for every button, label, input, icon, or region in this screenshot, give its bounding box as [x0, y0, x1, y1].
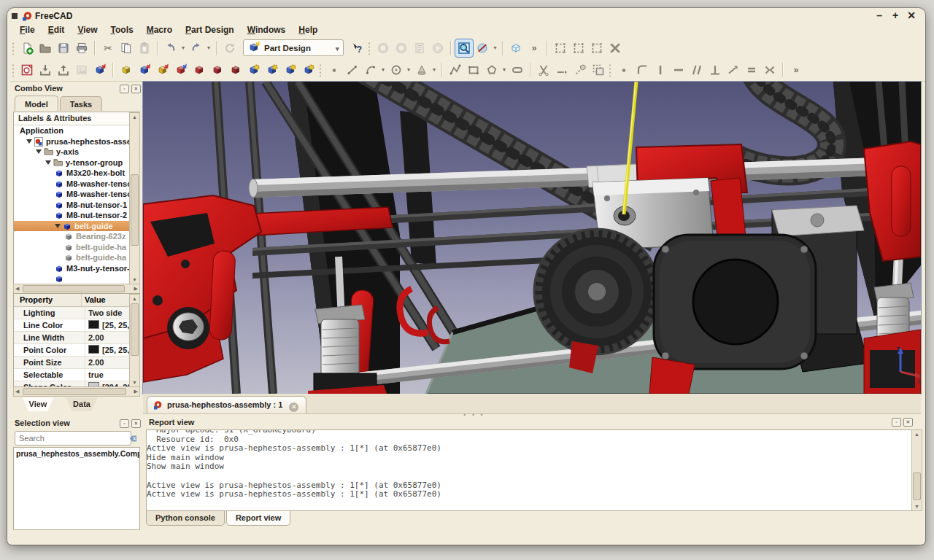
create-point-button[interactable] [325, 61, 343, 79]
selection-item[interactable]: prusa_hephestos_assembly.CompoundC0 [14, 448, 139, 458]
toolbar-handle[interactable] [368, 42, 371, 55]
tab-python-console[interactable]: Python console [146, 511, 225, 526]
chamfer-button[interactable] [209, 61, 226, 79]
expander-icon[interactable] [45, 160, 51, 165]
document-tab[interactable]: prusa-hephestos-assembly : 1✕ [147, 396, 306, 413]
constrain-parallel-button[interactable] [688, 61, 706, 79]
fillet-button[interactable] [190, 61, 208, 79]
property-vertical-scrollbar[interactable]: ▲▼ [129, 294, 140, 387]
create-rectangle-button[interactable] [465, 61, 482, 79]
menu-edit[interactable]: Edit [42, 24, 72, 36]
tree-item-item[interactable] [14, 273, 139, 284]
menu-file[interactable]: File [13, 24, 42, 36]
tree-item-m8-washer-tenso[interactable]: M8-washer-tenso [14, 189, 139, 200]
tree-item-belt-guide-ha[interactable]: belt-guide-ha [14, 242, 139, 253]
view-sketch-button[interactable] [73, 61, 90, 79]
fit-all-button[interactable] [455, 39, 473, 57]
toolbar-overflow-button[interactable]: » [787, 61, 805, 79]
expander-icon[interactable] [36, 149, 42, 154]
create-slot-button[interactable] [509, 61, 526, 79]
selection-view-close-icon[interactable]: ✕ [131, 419, 141, 428]
map-sketch-button[interactable] [91, 61, 109, 79]
mirrored-pattern-button[interactable] [282, 61, 299, 79]
expander-icon[interactable] [26, 139, 32, 144]
axonometric-view-button[interactable] [507, 39, 525, 57]
box-element-selection-button[interactable] [570, 39, 587, 57]
splitter-handle[interactable]: • • • [460, 414, 489, 417]
whats-this-button[interactable]: ? [349, 39, 366, 57]
sketch-fillet-button[interactable] [633, 61, 651, 79]
macro-stop-button[interactable] [393, 39, 410, 57]
property-row-point-size[interactable]: Point Size2.00 [14, 357, 139, 369]
report-console[interactable]: Major opcode: 31 (X_GrabKeyboard) Resour… [146, 429, 912, 511]
undo-button[interactable]: ▾ [162, 39, 180, 57]
create-conic-button[interactable]: ▾ [413, 61, 431, 79]
box-selection-button[interactable] [552, 39, 569, 57]
titlebar[interactable]: FreeCAD – + ✕ [7, 8, 925, 24]
minimize-button[interactable]: – [873, 9, 886, 21]
selection-view-float-icon[interactable]: ▫ [120, 419, 129, 428]
constrain-tangent-button[interactable] [725, 61, 742, 79]
menu-part-design[interactable]: Part Design [179, 24, 241, 36]
toolbar-handle[interactable] [12, 42, 15, 55]
menu-view[interactable]: View [71, 24, 104, 36]
macro-edit-button[interactable] [411, 39, 428, 57]
save-document-button[interactable] [55, 39, 72, 57]
expander-icon[interactable] [55, 224, 61, 228]
menu-windows[interactable]: Windows [241, 24, 293, 36]
close-button[interactable]: ✕ [905, 9, 918, 21]
open-document-button[interactable] [36, 39, 54, 57]
create-arc-button[interactable]: ▾ [362, 61, 379, 79]
tree-item-y-axis[interactable]: y-axis [14, 147, 139, 158]
draft-button[interactable] [227, 61, 244, 79]
toolbar-handle[interactable] [319, 63, 322, 77]
pocket-button[interactable] [136, 61, 153, 79]
linear-pattern-button[interactable] [245, 61, 263, 79]
property-row-point-color[interactable]: Point Color[25, 25, 25] [14, 344, 139, 357]
property-row-line-color[interactable]: Line Color[25, 25, 25] [14, 319, 139, 332]
tab-data[interactable]: Data [60, 397, 104, 411]
tab-report-view[interactable]: Report view [226, 511, 290, 526]
copy-button[interactable] [117, 39, 135, 57]
window-menu-icon[interactable] [12, 13, 18, 19]
tree-item-m3x20-hex-bolt[interactable]: M3x20-hex-bolt [14, 168, 139, 179]
property-row-selectable[interactable]: Selectabletrue [14, 369, 139, 381]
workbench-selector[interactable]: Part Design▾ [243, 39, 344, 56]
viewport-3d[interactable]: Z x [143, 82, 921, 394]
constrain-symmetric-button[interactable] [761, 61, 779, 79]
create-sketch-button[interactable] [18, 61, 36, 79]
groove-button[interactable] [172, 61, 190, 79]
tree-item-application[interactable]: Application [14, 125, 139, 136]
constrain-horizontal-button[interactable] [670, 61, 687, 79]
menu-help[interactable]: Help [292, 24, 324, 36]
combo-view-close-icon[interactable]: ✕ [131, 85, 141, 93]
property-row-line-width[interactable]: Line Width2.00 [14, 332, 139, 344]
tree-vertical-scrollbar[interactable]: ▲▼ [129, 112, 140, 284]
tree-item-prusa-hephestos-assembly[interactable]: prusa-hephestos-assembly [14, 136, 139, 147]
create-polyline-button[interactable] [447, 61, 464, 79]
property-horizontal-scrollbar[interactable]: ◀▶ [13, 386, 140, 397]
tab-view[interactable]: View [16, 397, 60, 411]
tree-item-m8-nut-tensor-2[interactable]: M8-nut-tensor-2 [14, 210, 139, 221]
tree-item-m8-washer-tenso[interactable]: M8-washer-tenso [14, 179, 139, 190]
print-button[interactable] [73, 39, 90, 57]
import-file-button[interactable] [36, 61, 54, 79]
menu-tools[interactable]: Tools [104, 24, 140, 36]
report-view-float-icon[interactable]: ▫ [892, 418, 901, 427]
export-file-button[interactable] [55, 61, 72, 79]
revolution-button[interactable] [154, 61, 171, 79]
tree-item-m3-nut-y-tensor-[interactable]: M3-nut-y-tensor- [14, 263, 139, 274]
carbon-copy-button[interactable] [590, 61, 607, 79]
multi-transform-button[interactable] [300, 61, 317, 79]
report-view-close-icon[interactable]: ✕ [903, 418, 913, 427]
pad-button[interactable] [117, 61, 135, 79]
macro-play-button[interactable] [429, 39, 447, 57]
constrain-perpendicular-button[interactable] [706, 61, 724, 79]
create-circle-button[interactable]: ▾ [387, 61, 405, 79]
more-views-button[interactable]: » [525, 39, 543, 57]
menu-macro[interactable]: Macro [140, 24, 179, 36]
tree-item-bearing-623z[interactable]: Bearing-623z [14, 231, 139, 242]
maximize-button[interactable]: + [889, 9, 902, 21]
select-instances-button[interactable] [588, 39, 606, 57]
polar-pattern-button[interactable] [263, 61, 281, 79]
